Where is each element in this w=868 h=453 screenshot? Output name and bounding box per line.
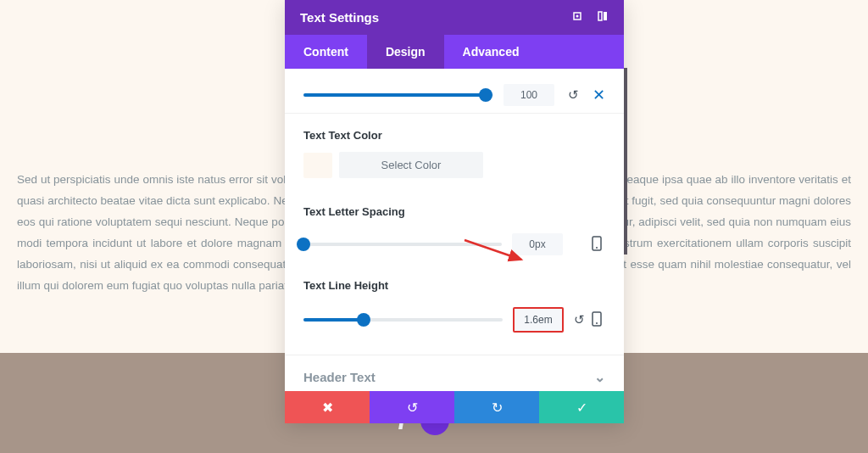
- line-height-label: Text Line Height: [285, 264, 624, 299]
- modal-tabs: Content Design Advanced: [285, 35, 624, 69]
- svg-point-7: [596, 322, 598, 324]
- line-height-row: 1.6em ↺: [285, 299, 624, 341]
- expand-icon[interactable]: [571, 10, 583, 25]
- text-color-row: Select Color: [285, 148, 624, 190]
- modal-title: Text Settings: [300, 10, 379, 25]
- svg-rect-2: [598, 12, 602, 20]
- tab-advanced[interactable]: Advanced: [444, 35, 538, 69]
- reset-icon[interactable]: ↺: [565, 87, 582, 103]
- modal-header-controls: [571, 10, 609, 25]
- reset-icon[interactable]: ↺: [570, 312, 588, 327]
- header-text-section[interactable]: Header Text ⌄: [285, 355, 624, 391]
- letter-spacing-row: 0px: [285, 225, 624, 264]
- svg-point-1: [576, 15, 579, 18]
- tab-content[interactable]: Content: [285, 35, 367, 69]
- responsive-icon[interactable]: [588, 311, 605, 329]
- chevron-down-icon: ⌄: [594, 369, 605, 385]
- snap-icon[interactable]: [597, 10, 609, 25]
- color-swatch[interactable]: [303, 153, 332, 178]
- close-icon[interactable]: ✕: [593, 86, 605, 104]
- svg-point-5: [596, 247, 598, 249]
- redo-button[interactable]: ↻: [454, 391, 539, 423]
- select-color-button[interactable]: Select Color: [339, 152, 483, 178]
- text-size-row: 100 ↺ ✕: [285, 69, 624, 114]
- modal-body: 100 ↺ ✕ Text Text Color Select Color Tex…: [285, 69, 624, 391]
- text-color-label: Text Text Color: [285, 114, 624, 148]
- text-size-value[interactable]: 100: [504, 84, 554, 106]
- cancel-button[interactable]: ✖: [285, 391, 370, 423]
- modal-header: Text Settings: [285, 0, 624, 35]
- line-height-value[interactable]: 1.6em: [513, 307, 564, 333]
- letter-spacing-slider[interactable]: [303, 243, 502, 246]
- undo-button[interactable]: ↺: [370, 391, 454, 423]
- modal-footer: ✖ ↺ ↻ ✓: [285, 391, 624, 423]
- line-height-slider[interactable]: [303, 318, 503, 322]
- save-button[interactable]: ✓: [539, 391, 624, 423]
- responsive-icon[interactable]: [588, 236, 605, 254]
- letter-spacing-label: Text Letter Spacing: [285, 190, 624, 225]
- tab-design[interactable]: Design: [367, 35, 444, 69]
- letter-spacing-value[interactable]: 0px: [512, 233, 563, 255]
- header-text-label: Header Text: [303, 370, 376, 384]
- text-settings-modal: Text Settings Content Design Advanced 10…: [285, 0, 624, 423]
- text-size-slider[interactable]: [303, 93, 493, 97]
- svg-rect-3: [604, 12, 607, 20]
- modal-scrollbar[interactable]: [624, 68, 627, 254]
